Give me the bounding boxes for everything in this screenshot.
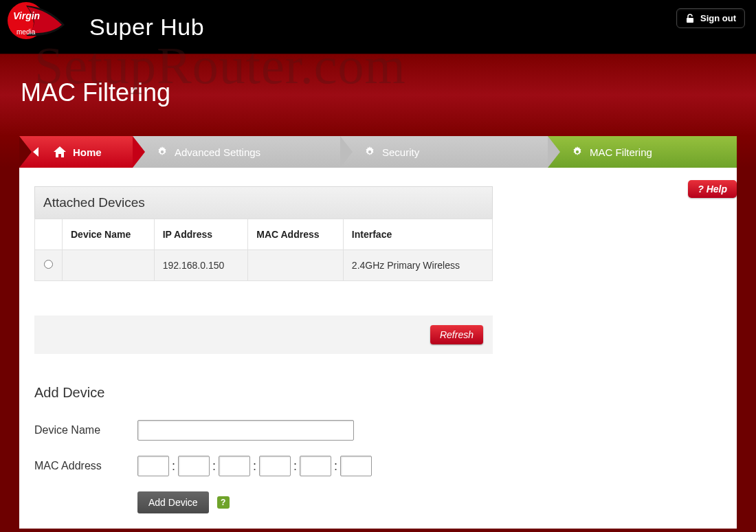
gear-icon: [157, 146, 168, 157]
refresh-button[interactable]: Refresh: [430, 325, 483, 344]
breadcrumb-advanced[interactable]: Advanced Settings: [133, 136, 340, 168]
cell-ip-address: 192.168.0.150: [154, 250, 248, 281]
svg-point-6: [576, 151, 579, 153]
mac-seg-5[interactable]: [300, 456, 331, 476]
sign-out-button[interactable]: Sign out: [676, 8, 745, 28]
mac-seg-2[interactable]: [178, 456, 210, 476]
svg-text:media: media: [16, 28, 36, 36]
gear-icon: [572, 146, 583, 157]
col-interface: Interface: [343, 219, 492, 250]
mac-seg-4[interactable]: [259, 456, 291, 476]
page-title: MAC Filtering: [21, 78, 735, 107]
mac-fields: : : : : :: [137, 456, 372, 476]
mac-address-label: MAC Address: [34, 460, 137, 472]
svg-point-4: [161, 151, 164, 153]
add-device-button[interactable]: Add Device: [137, 491, 209, 513]
help-button[interactable]: ? Help: [688, 180, 737, 198]
svg-text:Virgin: Virgin: [13, 10, 40, 21]
app-header: Virgin media Super Hub Sign out: [0, 0, 756, 54]
mac-sep: :: [293, 459, 297, 474]
mac-sep: :: [172, 459, 175, 474]
hint-icon[interactable]: ?: [217, 496, 230, 509]
main-area: ? Help Attached Devices Device Name IP A…: [0, 168, 756, 532]
breadcrumb: Home Advanced Settings Security MAC Filt…: [19, 136, 737, 168]
table-header-row: Device Name IP Address MAC Address Inter…: [35, 219, 493, 250]
mac-sep: :: [212, 459, 216, 474]
virgin-media-logo-icon: Virgin media: [7, 0, 69, 54]
brand-logo: Virgin media: [7, 0, 69, 54]
help-label: ? Help: [698, 184, 727, 195]
col-ip-address: IP Address: [154, 219, 248, 250]
svg-rect-3: [687, 18, 693, 23]
gear-icon: [364, 146, 375, 157]
row-select-radio[interactable]: [44, 260, 53, 269]
add-button-row: Add Device ?: [137, 491, 722, 513]
breadcrumb-container: Home Advanced Settings Security MAC Filt…: [0, 136, 756, 168]
mac-seg-1[interactable]: [137, 456, 169, 476]
title-band: MAC Filtering: [0, 54, 756, 136]
add-device-button-label: Add Device: [148, 497, 198, 508]
add-device-title: Add Device: [34, 385, 722, 401]
breadcrumb-home-label: Home: [73, 146, 102, 158]
svg-point-5: [368, 151, 371, 153]
attached-devices-table: Attached Devices Device Name IP Address …: [34, 186, 493, 281]
refresh-label: Refresh: [440, 329, 474, 340]
chevron-left-icon: [33, 147, 38, 157]
home-icon: [54, 146, 66, 157]
sign-out-label: Sign out: [700, 13, 736, 23]
col-mac-address: MAC Address: [248, 219, 344, 250]
mac-sep: :: [253, 459, 256, 474]
attached-devices-title: Attached Devices: [34, 186, 493, 219]
table-row: 192.168.0.150 2.4GHz Primary Wireless: [35, 250, 493, 281]
breadcrumb-current[interactable]: MAC Filtering: [548, 136, 737, 168]
mac-seg-3[interactable]: [219, 456, 250, 476]
add-device-section: Add Device Device Name MAC Address : : :…: [34, 385, 722, 513]
breadcrumb-security[interactable]: Security: [340, 136, 548, 168]
product-name: Super Hub: [89, 14, 204, 41]
cell-mac-address: [248, 250, 344, 281]
content-panel: ? Help Attached Devices Device Name IP A…: [19, 168, 737, 529]
col-device-name: Device Name: [63, 219, 155, 250]
refresh-bar: Refresh: [34, 315, 493, 354]
logo-area: Virgin media Super Hub: [7, 0, 204, 54]
device-name-label: Device Name: [34, 424, 137, 436]
breadcrumb-security-label: Security: [382, 146, 419, 158]
device-name-row: Device Name: [34, 420, 722, 441]
device-name-input[interactable]: [137, 420, 354, 441]
lock-icon: [685, 14, 695, 23]
breadcrumb-current-label: MAC Filtering: [590, 146, 652, 158]
mac-seg-6[interactable]: [340, 456, 372, 476]
col-select: [35, 219, 63, 250]
cell-interface: 2.4GHz Primary Wireless: [343, 250, 492, 281]
mac-sep: :: [334, 459, 337, 474]
breadcrumb-advanced-label: Advanced Settings: [175, 146, 260, 158]
mac-address-row: MAC Address : : : : :: [34, 456, 722, 476]
breadcrumb-home[interactable]: Home: [19, 136, 133, 168]
cell-device-name: [63, 250, 155, 281]
